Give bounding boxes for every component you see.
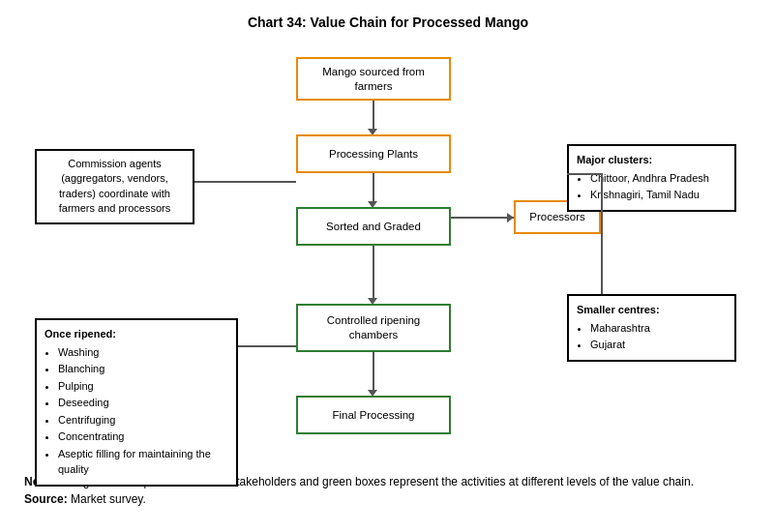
controlled-ripening-label: Controlled ripening chambers	[304, 313, 443, 342]
commission-agents-label: Commission agents (aggregators, vendors,…	[45, 157, 185, 217]
sorted-graded-box: Sorted and Graded	[296, 207, 451, 246]
source-text: Market survey.	[68, 492, 146, 506]
arrow-3	[373, 246, 374, 299]
once-ripened-item-2: Blanching	[58, 361, 228, 377]
major-cluster-item-1: Chittoor, Andhra Pradesh	[590, 170, 727, 187]
smaller-centres-title: Smaller centres:	[577, 302, 727, 318]
major-clusters-title: Major clusters:	[577, 152, 727, 168]
arrow-2	[373, 173, 374, 202]
major-clusters-box: Major clusters: Chittoor, Andhra Pradesh…	[567, 144, 736, 212]
processing-plants-box: Processing Plants	[296, 134, 451, 173]
once-ripened-list: Washing Blanching Pulping Deseeding Cent…	[58, 344, 228, 478]
once-ripened-item-5: Centrifuging	[58, 412, 228, 429]
arrow-4	[373, 352, 374, 391]
arrow-commission-h	[194, 181, 296, 183]
once-ripened-item-7: Aseptic filling for maintaining the qual…	[58, 446, 228, 478]
processors-label: Processors	[529, 210, 585, 224]
once-ripened-item-1: Washing	[58, 344, 228, 361]
commission-agents-box: Commission agents (aggregators, vendors,…	[35, 149, 194, 224]
arrow-1	[373, 101, 374, 130]
arrow-ripened-h	[238, 345, 296, 347]
smaller-centre-item-2: Gujarat	[590, 337, 727, 353]
major-clusters-list: Chittoor, Andhra Pradesh Krishnagiri, Ta…	[590, 170, 727, 203]
processing-plants-label: Processing Plants	[329, 147, 418, 162]
arrow-to-major-h	[567, 173, 601, 175]
source-label: Source:	[24, 492, 68, 506]
arrowhead-h1	[507, 213, 514, 222]
once-ripened-item-6: Concentrating	[58, 429, 228, 445]
diagram-area: Mango sourced from farmers Processing Pl…	[20, 47, 756, 463]
mango-source-label: Mango sourced from farmers	[304, 65, 443, 94]
once-ripened-item-4: Deseeding	[58, 395, 228, 411]
smaller-centres-box: Smaller centres: Maharashtra Gujarat	[567, 294, 736, 362]
major-cluster-item-2: Krishnagiri, Tamil Nadu	[590, 187, 727, 203]
once-ripened-item-3: Pulping	[58, 378, 228, 395]
once-ripened-box: Once ripened: Washing Blanching Pulping …	[35, 318, 238, 487]
final-processing-label: Final Processing	[332, 408, 414, 423]
smaller-centre-item-1: Maharashtra	[590, 320, 727, 337]
once-ripened-title: Once ripened:	[45, 326, 228, 342]
controlled-ripening-box: Controlled ripening chambers	[296, 304, 451, 352]
mango-source-box: Mango sourced from farmers	[296, 57, 451, 101]
sorted-graded-label: Sorted and Graded	[326, 220, 421, 234]
chart-title: Chart 34: Value Chain for Processed Mang…	[19, 15, 757, 30]
final-processing-box: Final Processing	[296, 396, 451, 434]
smaller-centres-list: Maharashtra Gujarat	[590, 320, 727, 353]
arrow-h1	[451, 217, 514, 219]
